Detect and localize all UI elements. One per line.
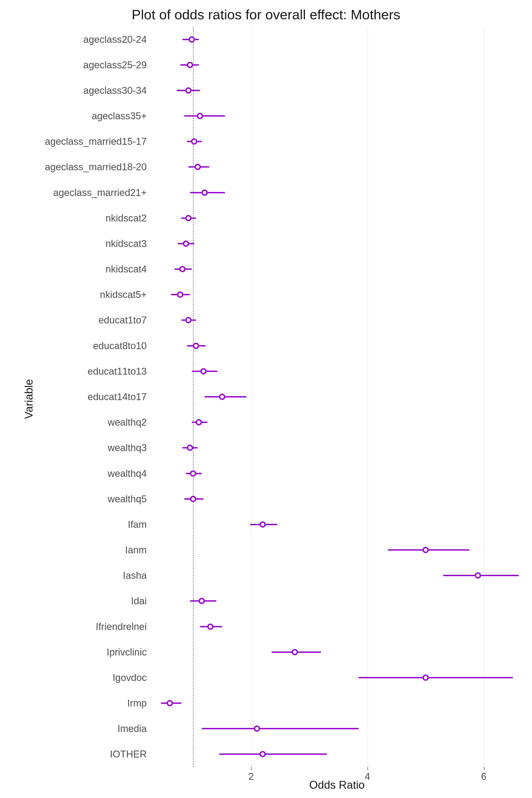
point-estimate [179, 266, 186, 272]
point-estimate [190, 470, 196, 477]
y-tick-label: Ifriendrelnei [96, 621, 147, 632]
x-tick [367, 767, 368, 770]
error-bar [184, 115, 225, 117]
y-tick-label: ageclass25-29 [83, 59, 147, 71]
point-estimate [185, 87, 191, 94]
point-estimate [190, 496, 196, 502]
point-estimate [201, 368, 207, 374]
chart-title: Plot of odds ratios for overall effect: … [0, 7, 532, 22]
point-estimate [422, 674, 429, 681]
y-tick-label: ageclass_married21+ [53, 187, 147, 198]
point-estimate [185, 215, 191, 221]
y-tick-label: educat14to17 [88, 391, 147, 402]
x-tick [484, 767, 484, 770]
point-estimate [185, 317, 191, 323]
point-estimate [167, 700, 173, 706]
point-estimate [189, 36, 195, 42]
point-estimate [187, 62, 193, 68]
y-tick-label: educat11to13 [88, 366, 147, 377]
y-tick-label: nkidscat4 [106, 264, 147, 274]
error-bar [359, 677, 513, 678]
point-estimate [422, 547, 429, 553]
point-estimate [219, 394, 225, 400]
x-axis-title: Odds Ratio [155, 779, 519, 791]
y-tick-label: wealthq3 [108, 442, 147, 453]
point-estimate [193, 343, 199, 349]
x-tick-label: 2 [248, 771, 254, 782]
y-tick-label: wealthq5 [108, 493, 147, 505]
y-tick-label: nkidscat3 [106, 238, 147, 249]
error-bar [205, 396, 247, 397]
y-tick-label: wealthq2 [108, 417, 147, 428]
reference-line [193, 26, 193, 767]
point-estimate [197, 113, 203, 119]
y-tick-label: ageclass35+ [92, 110, 147, 121]
point-estimate [187, 445, 193, 451]
y-tick-label: wealthq4 [108, 468, 147, 479]
y-tick-label: IOTHER [110, 748, 147, 760]
point-estimate [177, 291, 183, 298]
y-tick-label: Igovdoc [113, 672, 147, 683]
point-estimate [191, 138, 197, 145]
v-gridline [367, 26, 368, 767]
chart-container: Plot of odds ratios for overall effect: … [0, 0, 532, 798]
point-estimate [254, 725, 260, 732]
error-bar [202, 728, 359, 729]
y-tick-label: Iprivclinic [107, 647, 147, 658]
y-tick-label: educat1to7 [98, 315, 147, 326]
y-tick-label: Idai [131, 595, 147, 607]
point-estimate [292, 649, 298, 655]
x-tick [251, 767, 252, 770]
y-tick-label: Irmp [127, 698, 147, 709]
point-estimate [198, 598, 205, 604]
point-estimate [260, 751, 266, 757]
y-tick-label: Iasha [123, 570, 147, 581]
y-tick-label: ageclass_married18-20 [45, 162, 147, 172]
y-tick-label: Ifam [128, 519, 147, 530]
x-tick-label: 4 [365, 771, 370, 782]
point-estimate [196, 419, 202, 425]
x-tick-label: 6 [481, 771, 486, 782]
y-tick-label: Ianm [125, 545, 147, 555]
error-bar [219, 754, 327, 755]
y-tick-label: nkidscat5+ [100, 289, 147, 300]
point-estimate [202, 190, 208, 196]
y-tick-label: ageclass_married15-17 [45, 136, 147, 147]
v-gridline [251, 26, 252, 767]
v-gridline [484, 26, 484, 767]
point-estimate [260, 521, 266, 528]
y-tick-label: ageclass20-24 [83, 34, 147, 45]
y-tick-label: nkidscat2 [106, 213, 147, 224]
plot-area [155, 26, 519, 767]
y-tick-label: ageclass30-34 [83, 85, 147, 96]
y-tick-label: Imedia [117, 723, 147, 734]
point-estimate [183, 241, 189, 247]
point-estimate [195, 164, 201, 170]
y-axis-labels: ageclass20-24ageclass25-29ageclass30-34a… [0, 26, 151, 767]
point-estimate [475, 572, 481, 578]
y-tick-label: educat8to10 [93, 340, 147, 352]
point-estimate [207, 624, 213, 630]
